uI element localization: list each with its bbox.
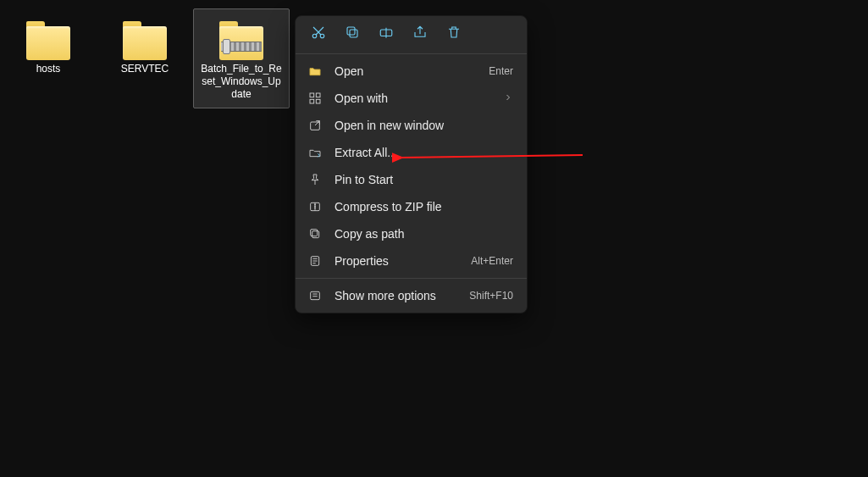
- menu-item-label: Extract All...: [334, 146, 397, 159]
- context-menu: Open Enter Open with Open in new window …: [295, 15, 528, 313]
- open-with-icon: [307, 91, 323, 106]
- menu-item-accelerator: Enter: [489, 65, 513, 77]
- rename-icon[interactable]: [379, 25, 394, 43]
- folder-open-icon: [307, 64, 323, 79]
- chevron-right-icon: [503, 92, 513, 105]
- folder-icon: [120, 19, 169, 60]
- desktop-item-label: Batch_File_to_Reset_Windows_Update: [201, 60, 282, 101]
- desktop-item-label: SERVTEC: [121, 60, 169, 75]
- menu-item-extract-all[interactable]: Extract All...: [296, 139, 527, 166]
- menu-item-copy-as-path[interactable]: Copy as path: [296, 220, 527, 247]
- svg-rect-8: [316, 99, 320, 103]
- svg-rect-9: [311, 122, 320, 130]
- context-menu-list: Open Enter Open with Open in new window …: [296, 54, 527, 313]
- menu-item-label: Show more options: [334, 289, 436, 302]
- menu-item-label: Copy as path: [334, 227, 405, 241]
- copy-icon[interactable]: [345, 25, 360, 43]
- menu-item-accelerator: Shift+F10: [469, 290, 513, 302]
- desktop[interactable]: hosts SERVTEC Batch_File_to_Reset_Window…: [0, 0, 868, 477]
- desktop-item-servtec[interactable]: SERVTEC: [97, 8, 193, 108]
- desktop-item-label: hosts: [36, 60, 61, 75]
- menu-item-label: Properties: [334, 254, 389, 268]
- svg-rect-2: [350, 30, 357, 37]
- cut-icon[interactable]: [311, 25, 326, 43]
- desktop-item-batch-file[interactable]: Batch_File_to_Reset_Windows_Update: [193, 8, 290, 108]
- svg-rect-11: [312, 231, 319, 238]
- menu-item-compress-zip[interactable]: Compress to ZIP file: [296, 193, 527, 220]
- menu-item-show-more-options[interactable]: Show more options Shift+F10: [296, 282, 527, 309]
- menu-item-accelerator: Alt+Enter: [471, 255, 513, 267]
- menu-item-label: Open with: [334, 92, 388, 105]
- pin-icon: [307, 172, 323, 187]
- delete-icon[interactable]: [446, 25, 462, 43]
- folder-icon: [24, 19, 73, 60]
- menu-item-label: Open in new window: [334, 119, 444, 132]
- new-window-icon: [307, 118, 323, 133]
- svg-rect-12: [311, 230, 318, 236]
- menu-item-properties[interactable]: Properties Alt+Enter: [296, 247, 527, 275]
- extract-icon: [307, 145, 323, 160]
- menu-item-open-with[interactable]: Open with: [296, 85, 527, 112]
- desktop-icon-grid: hosts SERVTEC Batch_File_to_Reset_Window…: [0, 8, 290, 108]
- properties-icon: [307, 253, 323, 269]
- menu-item-label: Pin to Start: [334, 173, 393, 186]
- more-icon: [307, 288, 323, 303]
- svg-rect-14: [311, 291, 320, 299]
- menu-item-open[interactable]: Open Enter: [296, 58, 527, 85]
- menu-item-label: Compress to ZIP file: [334, 200, 442, 214]
- compress-icon: [307, 199, 323, 214]
- zip-folder-icon: [217, 19, 266, 60]
- svg-rect-3: [347, 27, 355, 35]
- menu-item-pin-to-start[interactable]: Pin to Start: [296, 166, 527, 193]
- share-icon[interactable]: [412, 25, 428, 43]
- desktop-item-hosts[interactable]: hosts: [0, 8, 97, 108]
- context-menu-separator: [296, 278, 527, 279]
- svg-rect-5: [310, 93, 314, 97]
- menu-item-label: Open: [334, 64, 363, 78]
- copy-path-icon: [307, 226, 323, 241]
- svg-rect-7: [310, 99, 314, 103]
- svg-rect-6: [316, 93, 320, 97]
- context-menu-toolbar: [296, 16, 527, 54]
- menu-item-open-new-window[interactable]: Open in new window: [296, 112, 527, 139]
